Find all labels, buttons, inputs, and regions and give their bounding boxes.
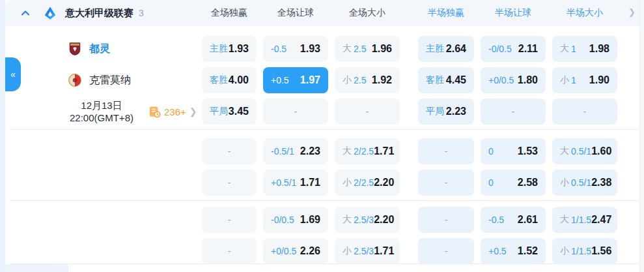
odds-cell[interactable]: 小2.51.92: [335, 67, 400, 93]
odds-line-value: 客胜: [210, 74, 228, 86]
odds-price: 1.71: [374, 245, 394, 257]
odds-row: 平局3.45--平局2.23--: [202, 98, 617, 125]
markets-stats-icon: [148, 106, 161, 118]
away-team-row[interactable]: 克雷莫纳: [68, 67, 131, 93]
odds-cell[interactable]: 02.58: [481, 170, 546, 196]
odds-cell[interactable]: 主胜2.64: [418, 36, 474, 62]
odds-cell-label: 0: [488, 146, 494, 157]
odds-cell[interactable]: 大11.98: [552, 36, 617, 62]
odds-line-value: +0.5: [271, 75, 289, 85]
odds-line-value: 主胜: [210, 43, 228, 55]
odds-price: 1.56: [591, 245, 611, 257]
odds-cell-empty: -: [418, 207, 474, 233]
odds-cell[interactable]: 大0.5/11.60: [552, 138, 617, 164]
odds-cell-label: 大2.5/3: [343, 214, 374, 226]
odds-group: --0.5/12.23大2/2.51.71-01.53大0.5/11.60-+0…: [202, 138, 617, 196]
odds-cell-empty: -: [481, 98, 546, 125]
odds-price: 1.93: [229, 43, 249, 55]
odds-line-value: 主胜: [426, 43, 444, 55]
odds-row: --0/0.51.69大2.5/32.20--0.52.61大1/1.52.47: [202, 207, 617, 233]
odds-cell[interactable]: 平局3.45: [202, 98, 257, 125]
sidebar-collapse-tab[interactable]: «: [5, 57, 21, 91]
odds-cell[interactable]: 小2.5/31.71: [335, 238, 400, 264]
odds-line-value: 2/2.5: [354, 177, 374, 188]
odds-price: 1.60: [591, 145, 611, 157]
odds-cell-label: 大2/2.5: [343, 145, 374, 157]
odds-cell[interactable]: +0/0.52.26: [263, 238, 328, 264]
odds-price: 1.97: [300, 74, 320, 86]
odds-cell[interactable]: 大2/2.51.71: [335, 138, 400, 164]
odds-cell[interactable]: 大2.51.96: [335, 36, 400, 62]
odds-cell[interactable]: 平局2.23: [418, 98, 474, 125]
odds-cell[interactable]: +0.51.52: [481, 238, 546, 264]
odds-cell[interactable]: -0.52.61: [481, 207, 546, 233]
odds-cell[interactable]: +0.51.97: [263, 67, 328, 93]
odds-price: 2.20: [374, 214, 394, 226]
odds-cell[interactable]: 小2/2.52.20: [335, 170, 400, 196]
odds-cell[interactable]: 客胜4.00: [202, 67, 257, 93]
odds-price: 2.11: [518, 43, 538, 55]
odds-cell[interactable]: 大2.5/32.20: [335, 207, 400, 233]
odds-line-value: 2.5: [354, 44, 366, 54]
odds-cell-label: -0/0.5: [271, 215, 294, 225]
odds-price: 4.00: [229, 74, 249, 86]
column-gap: [406, 138, 412, 164]
overunder-prefix: 小: [343, 74, 352, 86]
odds-line-value: 平局: [426, 106, 444, 117]
odds-line-value: -0/0.5: [271, 215, 294, 225]
odds-cell[interactable]: 客胜4.45: [418, 67, 474, 93]
league-header: 意大利甲级联赛 3 全场独赢 全场让球 全场大小 半场独赢 半场让球 半场大小 …: [5, 0, 639, 26]
odds-cell[interactable]: 01.53: [481, 138, 546, 164]
odds-price: 2.23: [300, 145, 320, 157]
odds-line-value: 1: [571, 44, 576, 54]
odds-line-value: +0/0.5: [488, 75, 514, 85]
odds-cell[interactable]: -0.5/12.23: [263, 138, 328, 164]
odds-cell-empty: -: [418, 238, 474, 264]
scroll-right-icon[interactable]: ❯: [628, 7, 636, 17]
collapse-league-button[interactable]: [20, 7, 31, 19]
odds-cell-label: 平局: [426, 106, 444, 117]
odds-cell[interactable]: 小0.5/12.38: [552, 170, 617, 196]
odds-cell[interactable]: 主胜1.93: [202, 36, 257, 62]
odds-line-value: 客胜: [426, 74, 444, 86]
odds-price: 1.52: [518, 245, 538, 257]
odds-cell[interactable]: -0/0.52.11: [481, 36, 546, 62]
match-datetime: 12月13日 22:00(GMT+8): [56, 98, 147, 125]
odds-grid: 主胜1.93-0.51.93大2.51.96主胜2.64-0/0.52.11大1…: [202, 36, 617, 264]
odds-row: -+0.5/11.71小2/2.52.20-02.58小0.5/12.38: [202, 170, 617, 196]
home-team-row[interactable]: 都灵: [68, 36, 110, 62]
odds-line-value: +0.5: [488, 246, 507, 256]
odds-price: 1.98: [589, 43, 609, 55]
odds-cell[interactable]: 大1/1.52.47: [552, 207, 617, 233]
odds-cell[interactable]: 小11.90: [552, 67, 617, 93]
odds-cell[interactable]: -0/0.51.69: [263, 207, 328, 233]
odds-row: --0.5/12.23大2/2.51.71-01.53大0.5/11.60: [202, 138, 617, 164]
away-team-name: 克雷莫纳: [89, 74, 131, 87]
odds-cell-empty: -: [418, 170, 474, 196]
group-divider: [10, 129, 639, 130]
odds-cell[interactable]: +0.5/11.71: [263, 170, 328, 196]
odds-cell[interactable]: +0/0.51.80: [481, 67, 546, 93]
overunder-prefix: 大: [560, 214, 569, 226]
odds-cell-label: 大1: [560, 43, 576, 55]
odds-price: 1.96: [372, 43, 392, 55]
empty-dash: -: [583, 106, 587, 117]
odds-cell-empty: -: [335, 98, 400, 125]
odds-row: 客胜4.00+0.51.97小2.51.92客胜4.45+0/0.51.80小1…: [202, 67, 617, 93]
odds-cell[interactable]: 小1/1.51.56: [552, 238, 617, 264]
odds-cell-label: 小0.5/1: [560, 177, 591, 189]
overunder-prefix: 小: [560, 177, 569, 189]
col-header-fulltime-overunder: 全场大小: [335, 7, 400, 19]
empty-dash: -: [445, 177, 448, 188]
double-chevron-left-icon: «: [10, 69, 16, 80]
empty-dash: -: [228, 146, 231, 157]
empty-dash: -: [512, 106, 515, 117]
scrollbar-gutter[interactable]: [639, 0, 644, 272]
odds-cell-label: 小1: [560, 74, 576, 86]
odds-cell[interactable]: -0.51.93: [263, 36, 328, 62]
odds-price: 1.93: [300, 43, 320, 55]
empty-dash: -: [445, 215, 448, 225]
odds-cell-label: +0/0.5: [488, 75, 514, 85]
more-markets-link[interactable]: 236+ ❯: [148, 98, 197, 125]
column-gap: [406, 170, 412, 196]
